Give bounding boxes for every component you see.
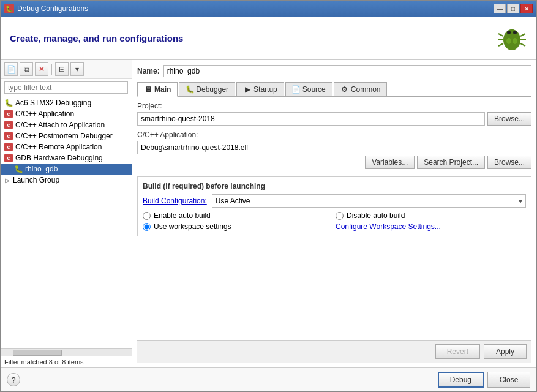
spacer <box>137 241 531 335</box>
bug-tree-icon: 🐛 <box>4 99 13 107</box>
close-window-button[interactable]: ✕ <box>520 4 533 13</box>
project-row: Browse... <box>137 112 531 126</box>
build-config-select-wrapper: Use Active Disable Enable ▼ <box>212 194 526 208</box>
svg-line-7 <box>520 34 525 36</box>
window-title: Debug Configurations <box>17 4 88 13</box>
left-panel: 📄 ⧉ ✕ ⊟ ▾ 🐛 Ac6 STM32 Debugging c C/C++ … <box>1 60 132 368</box>
tab-debugger[interactable]: 🐛 Debugger <box>179 82 235 96</box>
variables-button[interactable]: Variables... <box>365 156 415 169</box>
project-label: Project: <box>137 102 531 110</box>
scrollbar-thumb[interactable] <box>13 350 62 356</box>
tree-item-label: Ac6 STM32 Debugging <box>15 99 91 107</box>
tabs-row: 🖥 Main 🐛 Debugger ▶ Startup 📄 Source ⚙ <box>137 82 531 97</box>
enable-auto-build-item: Enable auto build <box>143 211 333 220</box>
tree-item-label: rhino_gdb <box>25 165 58 173</box>
tree-item-gdb-hardware[interactable]: c GDB Hardware Debugging <box>1 153 132 164</box>
tree-area: 🐛 Ac6 STM32 Debugging c C/C++ Applicatio… <box>1 96 132 348</box>
svg-line-9 <box>520 43 525 46</box>
svg-point-2 <box>507 31 511 34</box>
c-tree-icon: c <box>4 121 13 129</box>
tree-item-launch-group[interactable]: ▷ Launch Group <box>1 175 132 186</box>
build-section: Build (if required) before launching Bui… <box>137 176 531 236</box>
revert-button[interactable]: Revert <box>435 344 480 359</box>
tab-main[interactable]: 🖥 Main <box>137 82 178 97</box>
tree-item-rhino-gdb[interactable]: 🐛 rhino_gdb <box>1 164 132 175</box>
view-menu-button[interactable]: ▾ <box>70 62 84 76</box>
new-config-button[interactable]: 📄 <box>4 62 18 76</box>
build-config-select[interactable]: Use Active Disable Enable <box>212 194 526 208</box>
tree-item-label: C/C++ Postmortem Debugger <box>15 132 113 140</box>
enable-auto-build-label: Enable auto build <box>154 211 211 220</box>
apply-button[interactable]: Apply <box>484 344 527 359</box>
bottom-action-buttons: Revert Apply <box>137 340 531 363</box>
tree-item-ac6[interactable]: 🐛 Ac6 STM32 Debugging <box>1 97 132 108</box>
maximize-button[interactable]: □ <box>507 4 519 13</box>
minimize-button[interactable]: — <box>494 4 506 13</box>
tree-item-cpp-attach[interactable]: c C/C++ Attach to Application <box>1 119 132 130</box>
toolbar-separator <box>51 64 52 75</box>
search-project-button[interactable]: Search Project... <box>417 156 485 169</box>
build-config-link[interactable]: Build Configuration: <box>143 197 207 205</box>
arrow-tree-icon: ▷ <box>4 176 10 184</box>
footer-row: ? Debug Close <box>1 368 536 391</box>
startup-tab-icon: ▶ <box>243 85 252 94</box>
bug-tree-icon: 🐛 <box>14 165 23 173</box>
filter-input[interactable] <box>4 81 128 94</box>
bug-icon <box>497 23 527 53</box>
disable-auto-build-radio[interactable] <box>336 212 344 220</box>
tab-startup[interactable]: ▶ Startup <box>236 82 284 96</box>
tab-source[interactable]: 📄 Source <box>285 82 332 96</box>
debug-button[interactable]: Debug <box>438 372 484 388</box>
left-scrollbar[interactable] <box>1 348 132 356</box>
main-content: 📄 ⧉ ✕ ⊟ ▾ 🐛 Ac6 STM32 Debugging c C/C++ … <box>1 60 536 368</box>
tab-common[interactable]: ⚙ Common <box>334 82 388 96</box>
configure-workspace-link[interactable]: Configure Workspace Settings... <box>336 222 441 231</box>
name-label: Name: <box>137 67 160 75</box>
collapse-all-button[interactable]: ⊟ <box>55 62 69 76</box>
titlebar-buttons: — □ ✕ <box>494 4 533 13</box>
tree-item-cpp-remote[interactable]: c C/C++ Remote Application <box>1 141 132 153</box>
close-button[interactable]: Close <box>487 372 530 388</box>
svg-point-3 <box>513 31 517 34</box>
app-browse-button[interactable]: Browse... <box>487 156 531 169</box>
footer-buttons: Debug Close <box>438 372 530 388</box>
c-tree-icon: c <box>4 132 13 140</box>
svg-point-10 <box>506 38 511 44</box>
common-tab-icon: ⚙ <box>340 85 349 94</box>
duplicate-config-button[interactable]: ⧉ <box>20 62 33 76</box>
project-browse-button[interactable]: Browse... <box>487 112 531 126</box>
svg-point-11 <box>513 38 517 44</box>
header-title: Create, manage, and run configurations <box>10 33 183 43</box>
left-toolbar: 📄 ⧉ ✕ ⊟ ▾ <box>1 60 132 79</box>
disable-auto-build-label: Disable auto build <box>347 211 405 220</box>
enable-auto-build-radio[interactable] <box>143 212 151 220</box>
tree-item-cpp-postmortem[interactable]: c C/C++ Postmortem Debugger <box>1 130 132 141</box>
help-button[interactable]: ? <box>7 373 20 386</box>
app-icon: 🐛 <box>4 4 14 13</box>
use-workspace-item: Use workspace settings <box>143 222 333 231</box>
use-workspace-radio[interactable] <box>143 223 151 231</box>
radio-group: Enable auto build Disable auto build Use… <box>143 211 526 231</box>
titlebar-left: 🐛 Debug Configurations <box>4 4 88 13</box>
disable-auto-build-item: Disable auto build <box>336 211 526 220</box>
app-input[interactable] <box>137 141 531 154</box>
configure-link-item: Configure Workspace Settings... <box>336 222 526 231</box>
project-input-wrapper <box>137 112 485 126</box>
header-area: Create, manage, and run configurations <box>1 17 536 60</box>
svg-line-4 <box>498 34 503 36</box>
c-tree-icon: c <box>4 110 13 118</box>
filter-status: Filter matched 8 of 8 items <box>1 356 132 368</box>
main-window: 🐛 Debug Configurations — □ ✕ Create, man… <box>0 0 537 392</box>
project-input[interactable] <box>137 112 485 126</box>
delete-config-button[interactable]: ✕ <box>35 62 48 76</box>
project-section: Project: Browse... <box>137 102 531 126</box>
svg-line-6 <box>498 43 503 46</box>
tree-item-label: C/C++ Attach to Application <box>15 121 105 129</box>
tree-item-label: GDB Hardware Debugging <box>15 154 103 162</box>
tree-item-cpp-app[interactable]: c C/C++ Application <box>1 108 132 119</box>
use-workspace-label: Use workspace settings <box>154 222 231 231</box>
name-input[interactable] <box>163 65 531 77</box>
right-panel: Name: 🖥 Main 🐛 Debugger ▶ Startup <box>132 60 536 368</box>
c-tree-icon: c <box>4 154 13 162</box>
tree-item-label: C/C++ Application <box>15 110 74 118</box>
